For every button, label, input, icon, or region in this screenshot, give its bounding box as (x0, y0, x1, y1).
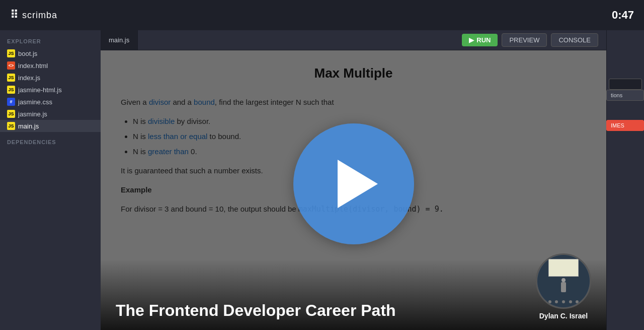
sidebar-item-main-js[interactable]: JS main.js (0, 120, 101, 132)
sidebar-item-index-js[interactable]: JS index.js (0, 72, 101, 84)
js-icon: JS (7, 74, 15, 82)
file-name-jasmine-html-js: jasmine-html.js (18, 86, 62, 94)
instructor-info: Dylan C. Israel (536, 253, 591, 320)
file-explorer-sidebar: EXPLORER JS boot.js <> index.html JS ind… (0, 30, 101, 330)
preview-button[interactable]: PREVIEW (502, 33, 547, 47)
css-icon: # (7, 98, 15, 106)
main-layout: EXPLORER JS boot.js <> index.html JS ind… (0, 30, 644, 330)
bottom-overlay: The Frontend Developer Career Path (101, 259, 606, 330)
lecture-screen (548, 259, 579, 277)
dependencies-label: DEPENDENCIES (0, 132, 101, 148)
file-name-boot-js: boot.js (18, 50, 37, 57)
instructor-avatar (536, 253, 591, 309)
explorer-label: EXPLORER (0, 36, 101, 47)
js-icon: JS (7, 110, 15, 118)
video-play-modal (288, 118, 419, 249)
sidebar-item-boot-js[interactable]: JS boot.js (0, 47, 101, 59)
run-icon: ▶ (469, 36, 474, 44)
avatar-image (537, 255, 590, 307)
issues-button[interactable]: IMES (606, 120, 644, 131)
functions-button[interactable]: tions (606, 90, 644, 101)
file-name-index-html: index.html (18, 62, 48, 70)
audience-head (569, 300, 572, 303)
audience-head (555, 300, 558, 303)
play-triangle-icon (338, 160, 378, 208)
play-button[interactable] (293, 123, 414, 244)
audience-head (562, 300, 565, 303)
js-icon: JS (7, 86, 15, 94)
file-name-jasmine-js: jasmine.js (18, 110, 47, 118)
html-icon: <> (7, 61, 15, 70)
right-panel: ⋮ tions IMES (606, 30, 644, 330)
run-button[interactable]: ▶ RUN (462, 34, 498, 46)
toolbar-buttons: ▶ RUN PREVIEW CONSOLE (462, 33, 598, 47)
run-label: RUN (476, 36, 491, 44)
scrimba-logo-icon: ⠿ (10, 9, 18, 22)
presenter-figure (561, 282, 566, 292)
console-button[interactable]: CONSOLE (551, 33, 598, 47)
audience-row (537, 300, 590, 303)
file-name-index-js: index.js (18, 74, 40, 82)
active-file-tab[interactable]: main.js (101, 30, 138, 50)
editor-toolbar: main.js ▶ RUN PREVIEW CONSOLE (101, 30, 606, 50)
file-name-jasmine-css: jasmine.css (18, 98, 52, 106)
audience-head (541, 300, 544, 303)
logo-area: ⠿ scrimba (10, 9, 57, 22)
logo-text: scrimba (22, 10, 57, 21)
code-content-area: Max Multiple Given a divisor and a bound… (101, 50, 606, 330)
audience-head (548, 300, 551, 303)
sidebar-item-index-html[interactable]: <> index.html (0, 59, 101, 72)
sidebar-item-jasmine-js[interactable]: JS jasmine.js (0, 108, 101, 120)
sidebar-item-jasmine-html-js[interactable]: JS jasmine-html.js (0, 84, 101, 96)
sidebar-item-jasmine-css[interactable]: # jasmine.css (0, 96, 101, 108)
js-icon: JS (7, 122, 15, 130)
instructor-name: Dylan C. Israel (539, 312, 588, 320)
audience-head (576, 300, 579, 303)
file-name-main-js: main.js (18, 122, 39, 130)
js-icon: JS (7, 49, 15, 57)
top-bar: ⠿ scrimba 0:47 (0, 0, 644, 30)
timer-display: 0:47 (612, 9, 634, 22)
audience-head (583, 300, 586, 303)
editor-area: main.js ▶ RUN PREVIEW CONSOLE Max Multip… (101, 30, 606, 330)
course-title: The Frontend Developer Career Path (116, 301, 396, 320)
